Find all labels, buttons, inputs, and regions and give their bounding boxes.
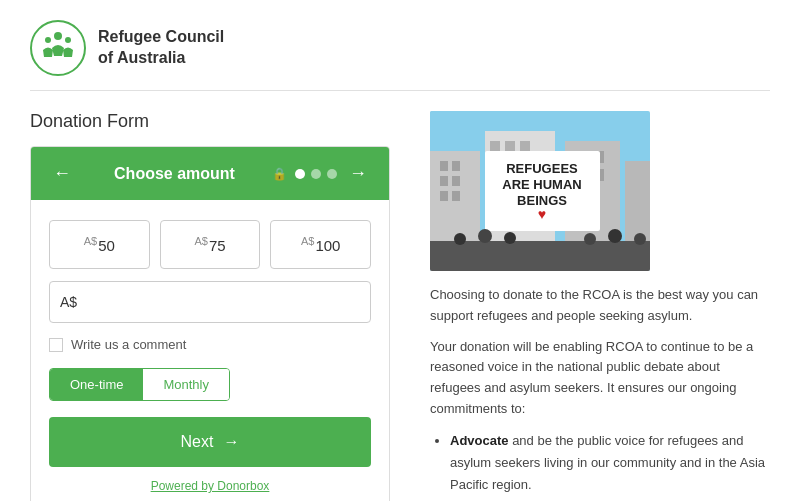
amount-btn-50[interactable]: A$50 (49, 220, 150, 269)
progress-dot-2 (295, 169, 305, 179)
powered-by-link[interactable]: Powered by Donorbox (49, 479, 371, 493)
comment-checkbox[interactable] (49, 338, 63, 352)
amount-btn-75[interactable]: A$75 (160, 220, 261, 269)
next-button[interactable]: Next → (49, 417, 371, 467)
amount-btn-100[interactable]: A$100 (270, 220, 371, 269)
svg-point-39 (584, 233, 596, 245)
donation-card: ← Choose amount 🔒 → (30, 146, 390, 501)
card-header: ← Choose amount 🔒 → (31, 147, 389, 200)
svg-rect-35 (430, 241, 650, 271)
description-para2: Your donation will be enabling RCOA to c… (430, 337, 770, 420)
main-content: Donation Form ← Choose amount 🔒 → (30, 111, 770, 501)
forward-button[interactable]: → (343, 161, 373, 186)
svg-text:REFUGEES: REFUGEES (506, 161, 578, 176)
bullet-list: Advocate and be the public voice for ref… (430, 430, 770, 501)
lock-icon: 🔒 (272, 167, 287, 181)
svg-rect-9 (452, 176, 460, 186)
card-header-title: Choose amount (114, 165, 235, 183)
progress-dots: 🔒 (272, 167, 337, 181)
svg-point-37 (478, 229, 492, 243)
amount-options: A$50 A$75 A$100 (49, 220, 371, 269)
org-logo (30, 20, 86, 76)
frequency-tabs: One-time Monthly (49, 368, 230, 401)
tab-monthly[interactable]: Monthly (143, 369, 229, 400)
tab-one-time[interactable]: One-time (50, 369, 143, 400)
progress-dot-4 (327, 169, 337, 179)
header: Refugee Council of Australia (30, 20, 770, 91)
card-body: A$50 A$75 A$100 Write us (31, 200, 389, 501)
svg-point-38 (504, 232, 516, 244)
svg-point-1 (54, 32, 62, 40)
comment-label: Write us a comment (71, 337, 186, 352)
svg-point-36 (454, 233, 466, 245)
svg-point-3 (65, 37, 71, 43)
page-container: Refugee Council of Australia Donation Fo… (0, 0, 800, 501)
svg-point-2 (45, 37, 51, 43)
svg-rect-11 (452, 191, 460, 201)
svg-rect-7 (452, 161, 460, 171)
back-button[interactable]: ← (47, 161, 77, 186)
description-para1: Choosing to donate to the RCOA is the be… (430, 285, 770, 327)
svg-point-40 (608, 229, 622, 243)
comment-row: Write us a comment (49, 337, 371, 352)
org-name: Refugee Council of Australia (98, 27, 224, 69)
svg-rect-8 (440, 176, 448, 186)
org-name-block: Refugee Council of Australia (98, 27, 224, 69)
custom-amount-input[interactable] (49, 281, 371, 323)
left-panel: Donation Form ← Choose amount 🔒 → (30, 111, 390, 501)
form-title: Donation Form (30, 111, 390, 132)
svg-point-41 (634, 233, 646, 245)
protest-image: REFUGEES ARE HUMAN BEINGS ♥ (430, 111, 650, 271)
svg-rect-10 (440, 191, 448, 201)
right-panel: REFUGEES ARE HUMAN BEINGS ♥ Choosing to (430, 111, 770, 501)
progress-dot-3 (311, 169, 321, 179)
svg-text:ARE HUMAN: ARE HUMAN (502, 177, 581, 192)
svg-rect-6 (440, 161, 448, 171)
bullet-item-advocate: Advocate and be the public voice for ref… (450, 430, 770, 496)
svg-text:♥: ♥ (538, 206, 546, 222)
